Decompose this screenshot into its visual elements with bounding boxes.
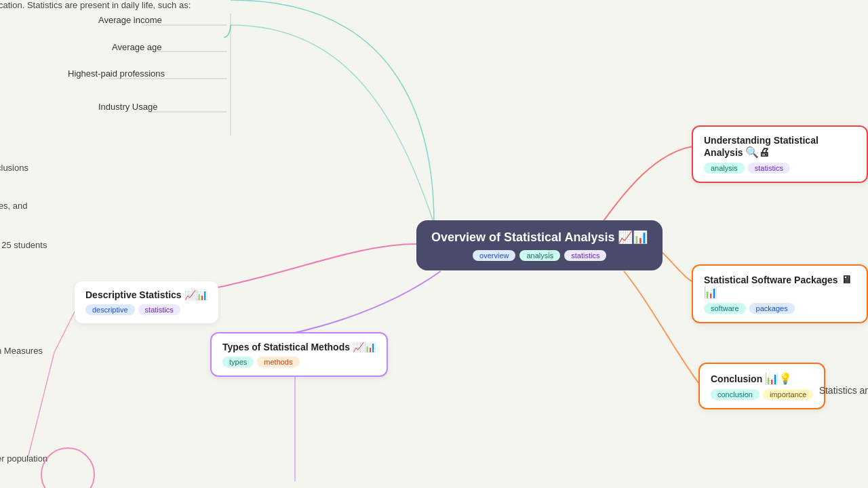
highest-paid-item: Highest-paid professions bbox=[68, 68, 165, 79]
central-title: Overview of Statistical Analysis 📈📊 bbox=[431, 230, 648, 245]
software-node[interactable]: Statistical Software Packages 🖥📊 softwar… bbox=[692, 264, 868, 323]
tag-methods: methods bbox=[257, 357, 299, 367]
types-title: Types of Statistical Methods 📈📊 bbox=[222, 342, 376, 352]
statistics-right-text: Statistics ar bbox=[819, 385, 868, 396]
avg-age-item: Average age bbox=[112, 42, 162, 52]
conclusion-node[interactable]: Conclusion 📊💡 conclusion importance bbox=[698, 363, 825, 409]
types-tags: types methods bbox=[222, 357, 376, 367]
tag-packages: packages bbox=[749, 303, 795, 314]
tag-statistics: statistics bbox=[564, 250, 606, 261]
mind-map-canvas: cation. Statistics are present in daily … bbox=[0, 0, 868, 488]
tag-types: types bbox=[222, 357, 254, 367]
tag-conclusion: conclusion bbox=[711, 389, 760, 400]
edge-measures: n Measures bbox=[0, 346, 43, 356]
conclusion-title: Conclusion 📊💡 bbox=[711, 372, 813, 385]
types-node[interactable]: Types of Statistical Methods 📈📊 types me… bbox=[210, 332, 388, 377]
descriptive-title: Descriptive Statistics 📈📊 bbox=[85, 289, 208, 300]
tag-statistics-d: statistics bbox=[138, 304, 180, 315]
conclusion-tags: conclusion importance bbox=[711, 389, 813, 400]
edge-ples-and: les, and bbox=[0, 201, 28, 211]
software-title: Statistical Software Packages 🖥📊 bbox=[704, 274, 856, 299]
tag-analysis: analysis bbox=[519, 250, 560, 261]
understanding-node[interactable]: Understanding Statistical Analysis 🔍🖨 an… bbox=[692, 125, 868, 183]
software-tags: software packages bbox=[704, 303, 856, 314]
edge-text-description: cation. Statistics are present in daily … bbox=[0, 0, 191, 10]
understanding-title: Understanding Statistical Analysis 🔍🖨 bbox=[704, 135, 856, 159]
descriptive-tags: descriptive statistics bbox=[85, 304, 208, 315]
bottom-circle bbox=[41, 447, 95, 488]
tag-overview: overview bbox=[473, 250, 515, 261]
tag-statistics-u: statistics bbox=[748, 163, 790, 174]
tag-importance: importance bbox=[763, 389, 813, 400]
understanding-tags: analysis statistics bbox=[704, 163, 856, 174]
tag-software: software bbox=[704, 303, 746, 314]
tag-analysis-u: analysis bbox=[704, 163, 745, 174]
edge-students: f 25 students bbox=[0, 240, 47, 250]
edge-conclusions: clusions bbox=[0, 163, 28, 173]
edge-population: er population bbox=[0, 453, 47, 464]
tag-descriptive: descriptive bbox=[85, 304, 135, 315]
central-tags: overview analysis statistics bbox=[431, 250, 648, 261]
central-node[interactable]: Overview of Statistical Analysis 📈📊 over… bbox=[416, 220, 663, 270]
avg-income-item: Average income bbox=[98, 15, 162, 25]
industry-usage-item: Industry Usage bbox=[98, 102, 157, 112]
descriptive-node[interactable]: Descriptive Statistics 📈📊 descriptive st… bbox=[75, 281, 218, 323]
